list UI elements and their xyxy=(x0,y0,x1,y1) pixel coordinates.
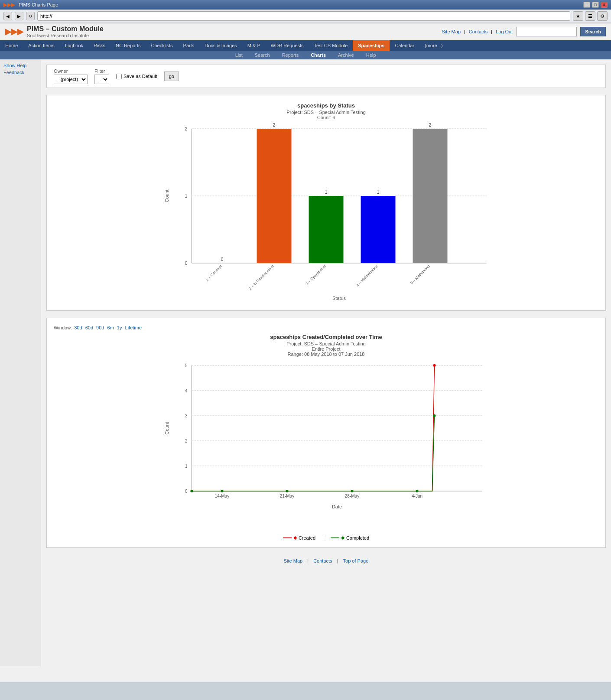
settings-icon[interactable]: ⚙ xyxy=(597,11,608,21)
nav-checklists[interactable]: Checklists xyxy=(146,40,178,51)
line-chart-subtitle2: Entire Project xyxy=(54,346,598,352)
logout-link[interactable]: Log Out xyxy=(496,29,513,34)
nav-wdr-requests[interactable]: WDR Requests xyxy=(266,40,309,51)
filter-select[interactable]: - xyxy=(94,75,109,84)
bookmark-icon[interactable]: ★ xyxy=(573,11,583,21)
top-search-input[interactable] xyxy=(516,27,577,36)
window-label: Window: xyxy=(54,325,72,330)
svg-text:0: 0 xyxy=(185,489,188,494)
window-6m[interactable]: 6m xyxy=(107,325,114,330)
nav-risks[interactable]: Risks xyxy=(88,40,110,51)
legend-completed: ◆ Completed xyxy=(331,535,369,540)
svg-text:0: 0 xyxy=(221,257,224,262)
svg-rect-13 xyxy=(309,196,344,263)
svg-text:2: 2 xyxy=(185,439,188,443)
bar-chart-subtitle1: Project: SDS – Special Admin Testing xyxy=(54,110,598,115)
nav-docs-images[interactable]: Docs & Images xyxy=(199,40,242,51)
save-default-checkbox[interactable] xyxy=(116,74,122,79)
subnav-archive[interactable]: Archive xyxy=(332,51,360,59)
bar-chart-svg: 0 1 2 Count 0 xyxy=(54,120,598,302)
nav-parts[interactable]: Parts xyxy=(178,40,200,51)
app-branding: PIMS – Custom Module Southwest Research … xyxy=(27,25,104,38)
svg-text:Date: Date xyxy=(332,504,342,509)
close-btn[interactable]: ✕ xyxy=(601,2,608,8)
line-chart-svg: 0 1 2 3 4 5 Count xyxy=(54,357,598,530)
svg-point-51 xyxy=(433,414,436,417)
subnav-list[interactable]: List xyxy=(229,51,249,59)
nav-mp[interactable]: M & P xyxy=(242,40,266,51)
svg-text:28-May: 28-May xyxy=(345,494,359,498)
owner-label: Owner xyxy=(54,68,88,74)
svg-text:3: 3 xyxy=(185,413,188,418)
window-90d[interactable]: 90d xyxy=(96,325,104,330)
feedback-link[interactable]: Feedback xyxy=(3,70,37,75)
svg-text:4 – Maintenance: 4 – Maintenance xyxy=(355,264,379,287)
nav-nc-reports[interactable]: NC Reports xyxy=(110,40,146,51)
filter-filter-group: Filter - xyxy=(94,68,109,84)
svg-text:Status: Status xyxy=(332,296,346,301)
footer-site-map[interactable]: Site Map xyxy=(284,558,302,563)
app-subtitle: Southwest Research Institute xyxy=(27,33,104,38)
main-content: Owner - (project) Filter - Save as Defau… xyxy=(41,59,611,666)
nav-home[interactable]: Home xyxy=(0,40,23,51)
svg-point-47 xyxy=(221,490,224,492)
line-chart-subtitle1: Project: SDS – Special Admin Testing xyxy=(54,341,598,346)
maximize-btn[interactable]: □ xyxy=(592,2,599,8)
url-bar[interactable] xyxy=(37,11,570,21)
go-button[interactable]: go xyxy=(164,72,179,81)
chart-legend: ◆ Created | ◆ Completed xyxy=(54,535,598,540)
refresh-btn[interactable]: ↻ xyxy=(26,12,35,20)
svg-text:2 – In Development: 2 – In Development xyxy=(248,264,275,291)
sidebar: Show Help Feedback xyxy=(0,59,41,666)
line-chart-container: Window: 30d 60d 90d 6m 1y Lifetime space… xyxy=(46,318,606,548)
menu-icon[interactable]: ☰ xyxy=(585,11,595,21)
nav-spaceships[interactable]: Spaceships xyxy=(353,40,390,51)
top-search-button[interactable]: Search xyxy=(580,27,606,36)
contacts-link[interactable]: Contacts xyxy=(469,29,488,34)
save-default-label: Save as Default xyxy=(124,74,157,79)
minimize-btn[interactable]: ─ xyxy=(583,2,590,8)
save-default-area: Save as Default xyxy=(116,74,157,79)
nav-test-cs[interactable]: Test CS Module xyxy=(309,40,353,51)
top-bar: ▶▶▶ PIMS – Custom Module Southwest Resea… xyxy=(0,23,611,40)
owner-filter-group: Owner - (project) xyxy=(54,68,88,84)
logo-arrows: ▶▶▶ xyxy=(5,27,23,36)
forward-btn[interactable]: ▶ xyxy=(15,12,23,20)
subnav-reports[interactable]: Reports xyxy=(276,51,305,59)
window-1y[interactable]: 1y xyxy=(117,325,122,330)
back-btn[interactable]: ◀ xyxy=(3,12,12,20)
owner-select[interactable]: - (project) xyxy=(54,75,88,84)
bar-chart-container: spaceships by Status Project: SDS – Spec… xyxy=(46,95,606,311)
window-lifetime[interactable]: Lifetime xyxy=(125,325,142,330)
svg-text:Count: Count xyxy=(164,189,169,202)
browser-tab-title: PIMS Charts Page xyxy=(19,2,580,7)
nav-calendar[interactable]: Calendar xyxy=(390,40,419,51)
subnav-search[interactable]: Search xyxy=(249,51,276,59)
footer-contacts[interactable]: Contacts xyxy=(313,558,332,563)
legend-created: ◆ Created xyxy=(283,535,315,540)
window-30d[interactable]: 30d xyxy=(74,325,82,330)
svg-point-50 xyxy=(416,490,419,492)
nav-more[interactable]: (more...) xyxy=(419,40,448,51)
svg-text:14-May: 14-May xyxy=(215,494,229,498)
svg-text:1: 1 xyxy=(377,190,380,195)
browser-window-controls: ─ □ ✕ xyxy=(583,2,608,8)
svg-text:4: 4 xyxy=(185,388,188,393)
site-map-link[interactable]: Site Map xyxy=(442,29,461,34)
nav-action-items[interactable]: Action Items xyxy=(23,40,60,51)
subnav-help[interactable]: Help xyxy=(360,51,382,59)
bar-chart-title: spaceships by Status xyxy=(54,102,598,109)
browser-nav-icons: ★ ☰ ⚙ xyxy=(573,11,608,21)
svg-rect-11 xyxy=(257,129,292,263)
footer-top-of-page[interactable]: Top of Page xyxy=(343,558,369,563)
browser-title-bar: ▶▶▶ PIMS Charts Page ─ □ ✕ xyxy=(0,0,611,10)
svg-text:1 – Concept: 1 – Concept xyxy=(205,264,223,282)
show-help-link[interactable]: Show Help xyxy=(3,63,37,68)
browser-nav-bar: ◀ ▶ ↻ ★ ☰ ⚙ xyxy=(0,10,611,23)
svg-text:0: 0 xyxy=(185,260,187,266)
subnav-charts[interactable]: Charts xyxy=(305,51,332,59)
nav-logbook[interactable]: Logbook xyxy=(60,40,88,51)
content-area: Show Help Feedback Owner - (project) Fil… xyxy=(0,59,611,666)
window-60d[interactable]: 60d xyxy=(85,325,93,330)
legend-completed-label: Completed xyxy=(346,535,369,540)
